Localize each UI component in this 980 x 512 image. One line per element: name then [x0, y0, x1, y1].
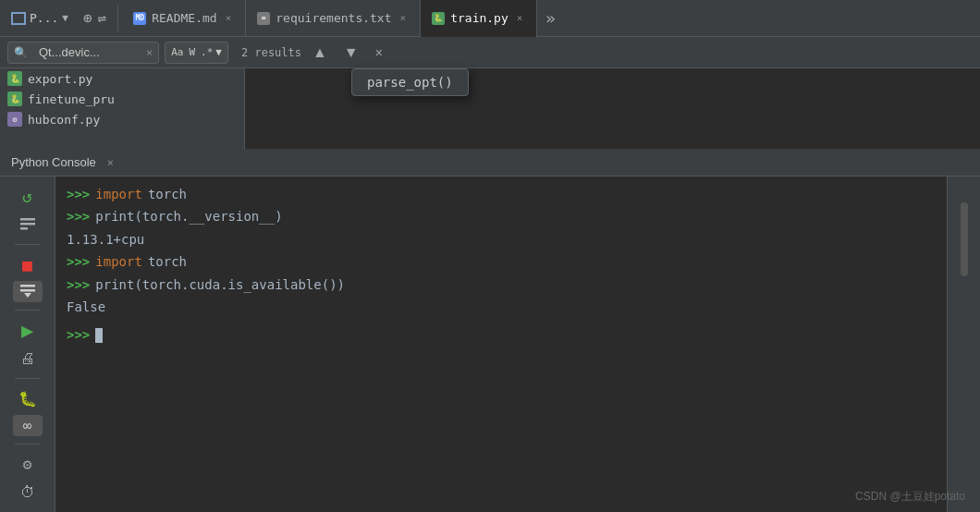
cfg-file-icon: ⚙	[7, 112, 22, 127]
tab-bar: P... ▼ ⊕ ⇌ MD README.md × ≡ requirements…	[0, 0, 980, 37]
file-item-hubconf[interactable]: ⚙ hubconf.py	[0, 109, 244, 129]
keyword-import-2: import	[95, 251, 142, 272]
console-header: Python Console ×	[0, 149, 980, 177]
md-icon: MD	[133, 12, 146, 25]
svg-rect-2	[20, 227, 28, 230]
separator-2	[15, 310, 41, 311]
autocomplete-text: parse_opt()	[367, 75, 453, 90]
search-next-button[interactable]: ▼	[338, 43, 364, 63]
console-line-3: >>> import torch	[67, 251, 936, 272]
input-prompt: >>>	[67, 324, 90, 345]
list-button[interactable]	[13, 213, 43, 238]
prompt-4: >>>	[67, 274, 90, 295]
code-torch-2: torch	[148, 251, 187, 272]
run-button[interactable]: ▶	[13, 318, 43, 343]
search-field-group: 🔍 ×	[7, 42, 159, 64]
svg-rect-1	[20, 223, 35, 226]
code-print-cuda: print(torch.cuda.is_available())	[95, 274, 345, 295]
console-line-1: >>> import torch	[67, 184, 936, 204]
debugger-button[interactable]: ∞	[13, 415, 43, 436]
search-options-dropdown[interactable]: Aa W .* ▼	[165, 42, 228, 64]
history-button[interactable]: ⏱	[13, 480, 43, 505]
tab-requirements-label: requirements.txt	[276, 11, 391, 25]
py-file-icon-2: 🐍	[7, 91, 22, 106]
tab-readme-label: README.md	[152, 11, 216, 25]
window-icon-group: P... ▼	[4, 11, 76, 25]
print-button[interactable]: 🖨	[13, 347, 43, 372]
tab-readme[interactable]: MD README.md ×	[122, 0, 246, 37]
console-output: >>> import torch >>> print(torch.__versi…	[55, 177, 947, 512]
console-title: Python Console	[11, 155, 96, 169]
file-name-export: export.py	[28, 72, 92, 86]
svg-rect-4	[20, 289, 35, 292]
settings-button[interactable]: ⚙	[13, 452, 43, 477]
search-clear-icon[interactable]: ×	[146, 46, 153, 59]
tab-train-close[interactable]: ×	[514, 11, 526, 25]
console-panel: Python Console × ↺ ■	[0, 149, 980, 512]
tab-train-label: train.py	[450, 11, 508, 25]
keyword-import-1: import	[95, 184, 142, 204]
file-tree-panel: 🐍 export.py 🐍 finetune_pru ⚙ hubconf.py	[0, 68, 245, 152]
window-square-icon	[11, 12, 26, 25]
tab-bar-extra-icons: ⊕ ⇌	[76, 9, 114, 27]
prompt-3: >>>	[67, 251, 90, 272]
search-input[interactable]	[31, 42, 142, 64]
separator-1	[15, 244, 41, 245]
console-body: ↺ ■ ▶ 🖨 🐛 ∞	[0, 177, 980, 512]
window-label: P...	[30, 11, 58, 25]
console-output-1: 1.13.1+cpu	[67, 229, 936, 250]
console-left-toolbar: ↺ ■ ▶ 🖨 🐛 ∞	[0, 177, 55, 512]
tab-requirements-close[interactable]: ×	[398, 11, 410, 25]
console-output-2: False	[67, 297, 936, 317]
py-file-icon: 🐍	[7, 71, 22, 86]
separator-3	[15, 378, 41, 379]
debug-button[interactable]: 🐛	[13, 386, 43, 411]
code-torch-1: torch	[148, 184, 187, 204]
results-count: 2 results	[241, 46, 301, 59]
prompt-1: >>>	[67, 184, 90, 204]
search-icon: 🔍	[14, 46, 28, 59]
svg-rect-0	[20, 218, 35, 221]
output-version: 1.13.1+cpu	[67, 229, 144, 250]
regex-btn: .*	[201, 46, 213, 58]
console-right-scrollbar[interactable]	[947, 177, 980, 512]
file-item-finetune[interactable]: 🐍 finetune_pru	[0, 89, 244, 109]
tab-train[interactable]: 🐍 train.py ×	[421, 0, 537, 37]
py-icon: 🐍	[432, 12, 445, 25]
add-tab-icon[interactable]: ⊕	[83, 9, 92, 27]
rerun-button[interactable]: ↺	[13, 184, 43, 209]
stop-button[interactable]: ■	[13, 252, 43, 277]
svg-rect-3	[20, 285, 35, 287]
watermark: CSDN @土豆娃potato	[855, 489, 965, 505]
search-bar: 🔍 × Aa W .* ▼ 2 results ▲ ▼ ×	[0, 37, 980, 68]
search-close-button[interactable]: ×	[370, 43, 388, 62]
file-name-hubconf: hubconf.py	[28, 113, 100, 127]
separator-4	[15, 444, 41, 445]
console-line-4: >>> print(torch.cuda.is_available())	[67, 274, 936, 295]
txt-icon: ≡	[257, 12, 270, 25]
split-icon[interactable]: ⇌	[98, 9, 107, 27]
search-prev-button[interactable]: ▲	[307, 43, 333, 63]
output-false: False	[67, 297, 105, 317]
console-close-button[interactable]: ×	[107, 156, 114, 169]
console-input-line[interactable]: >>>	[67, 324, 936, 345]
prompt-2: >>>	[67, 206, 90, 226]
window-dropdown-icon[interactable]: ▼	[62, 12, 68, 24]
autocomplete-popup: parse_opt()	[351, 68, 469, 96]
input-list-button[interactable]	[13, 281, 43, 302]
tab-overflow-button[interactable]: »	[537, 0, 563, 37]
tab-requirements[interactable]: ≡ requirements.txt ×	[246, 0, 421, 37]
svg-marker-5	[24, 293, 31, 298]
match-case-btn: Aa	[171, 46, 183, 58]
divider	[117, 6, 118, 31]
cursor-blink	[95, 328, 103, 343]
file-name-finetune: finetune_pru	[28, 92, 115, 106]
code-print-version: print(torch.__version__)	[95, 206, 282, 226]
file-item-export[interactable]: 🐍 export.py	[0, 68, 244, 89]
scrollbar-thumb[interactable]	[961, 202, 968, 276]
console-line-2: >>> print(torch.__version__)	[67, 206, 936, 226]
tab-readme-close[interactable]: ×	[223, 11, 235, 25]
